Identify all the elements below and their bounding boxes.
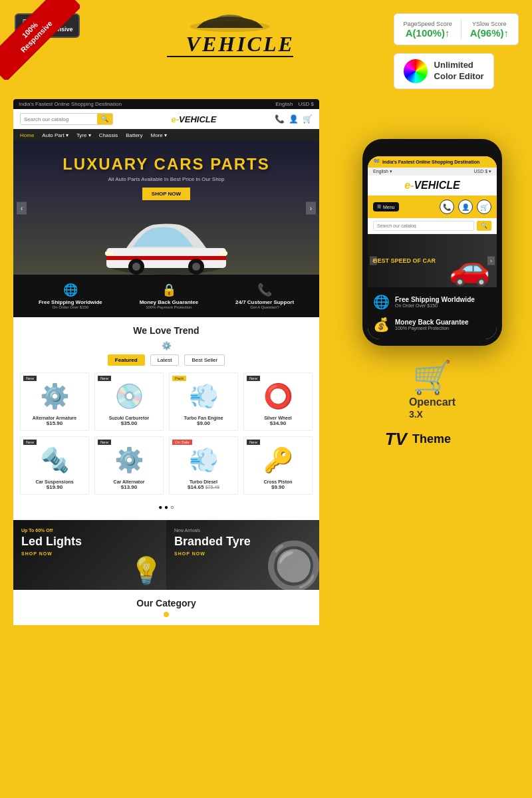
product-name: Alternator Armature: [25, 416, 84, 420]
phone-cart-button[interactable]: 🛒: [477, 200, 491, 214]
product-card: New 💿 Suzuki Carburetor $35.00: [94, 372, 164, 431]
phone-search-input[interactable]: [373, 221, 474, 231]
product-badge-new: New: [98, 376, 111, 381]
logo-text: e-VEHICLE: [166, 33, 295, 55]
product-price: $9.90: [248, 484, 308, 490]
product-img: 🔩: [25, 446, 84, 474]
features-bar: 🌐 Free Shipping Worldwide On Order Over …: [13, 275, 319, 317]
nav-battery[interactable]: Battery: [126, 132, 142, 138]
banner-tyre-tag: New Arrivals: [174, 528, 311, 533]
product-card: New ⭕ Silver Wheel $34.90: [243, 372, 313, 431]
feature-support: 📞 24/7 Customer Support Got A Question?: [235, 283, 294, 309]
logo-underline: [167, 56, 293, 57]
tab-featured[interactable]: Featured: [108, 354, 145, 366]
desktop-frame: India's Fastest Online Shopping Destinat…: [13, 99, 319, 625]
hero-prev-button[interactable]: ‹: [17, 202, 27, 215]
product-img: 💨: [174, 446, 233, 474]
hero-banner: LUXUARY CARS PARTS All Auto Parts Availa…: [13, 142, 319, 275]
moneyback-icon: 🔒: [140, 283, 198, 297]
products-title: We Love Trend: [20, 325, 313, 336]
phone-lang[interactable]: English ▾: [373, 169, 392, 174]
phone-hero: BEST SPEED OF CAR ‹ › 🚗: [368, 234, 497, 287]
product-price: $13.90: [99, 484, 159, 490]
product-card: New ⚙️ Alternator Armature $15.90: [20, 372, 89, 431]
feature-shipping: 🌐 Free Shipping Worldwide On Order Over …: [39, 283, 102, 309]
product-name: Silver Wheel: [248, 416, 308, 420]
product-badge-new: New: [23, 376, 37, 381]
product-name: Car Alternator: [99, 479, 159, 484]
phone-currency[interactable]: USD $ ▾: [473, 169, 491, 174]
phone-logo: e-VEHICLE: [404, 180, 460, 192]
tab-latest[interactable]: Latest: [150, 354, 180, 366]
site-search[interactable]: 🔍: [20, 113, 113, 125]
phone-search-button[interactable]: 🔍: [477, 221, 491, 231]
tab-bestseller[interactable]: Best Seller: [184, 354, 225, 366]
product-card: Pack 💨 Turbo Fan Engine $9.00: [169, 372, 238, 431]
phone-screen: 🏁 India's Fastest Online Shopping Destin…: [368, 156, 497, 339]
products-dots: ⚙️: [20, 341, 313, 350]
phone-search-bar: 🔍: [368, 218, 497, 234]
desktop-browser: India's Fastest Online Shopping Destinat…: [13, 99, 319, 625]
phone-topbar: 🏁 India's Fastest Online Shopping Destin…: [368, 156, 497, 168]
phone-menu-icons: 📞 👤 🛒: [440, 200, 491, 214]
svg-rect-8: [219, 251, 227, 255]
phone-feature-text-2: Money Back Guarantee 100% Payment Protec…: [395, 319, 469, 331]
color-wheel-icon: [404, 59, 428, 83]
product-img: 💨: [174, 382, 233, 410]
product-price: $15.90: [25, 420, 84, 426]
product-img: 🔑: [248, 446, 308, 474]
phone-call-button[interactable]: 📞: [440, 200, 454, 214]
banner-led-tag: Up To 60% Off: [21, 528, 158, 533]
tv-logo: TV: [385, 430, 407, 448]
product-price: $19.90: [25, 484, 84, 490]
responsive-ribbon: 100%Responsive: [0, 0, 80, 80]
site-nav: Home Auto Part ▾ Tyre ▾ Chassis Battery …: [13, 129, 319, 142]
product-price: $35.00: [99, 420, 159, 426]
themevolty-badge: TV ThemeVolty: [385, 430, 480, 448]
yslow-score: YSlow Score A(96%)↑: [470, 21, 509, 39]
opencart-text: Opencart 3.X: [409, 396, 456, 420]
nav-home[interactable]: Home: [20, 132, 34, 138]
right-badges: PageSpeed Score A(100%)↑ YSlow Score A(9…: [394, 13, 519, 89]
right-side: 🏁 India's Fastest Online Shopping Destin…: [339, 99, 525, 448]
nav-tyre[interactable]: Tyre ▾: [76, 132, 91, 138]
hamburger-icon: ☰: [377, 204, 381, 209]
hero-car-image: [86, 188, 246, 275]
logo-e: e-: [166, 32, 186, 56]
phone-feature-text: Free Shipping Worldwide On Order Over $1…: [395, 296, 475, 308]
product-name: Turbo Diesel: [174, 479, 233, 484]
hero-text: LUXUARY CARS PARTS All Auto Parts Availa…: [63, 155, 270, 200]
site-header-icons: 📞 👤 🛒: [275, 114, 313, 124]
banner-led-title: Led Lights: [21, 535, 158, 549]
category-dot: [164, 612, 169, 617]
product-badge-new: New: [98, 440, 111, 445]
pagination: ● ● ○: [20, 500, 313, 512]
svg-rect-3: [106, 256, 226, 260]
nav-autopart[interactable]: Auto Part ▾: [42, 132, 68, 138]
nav-more[interactable]: More ▾: [151, 132, 167, 138]
led-lights-image: 💡: [130, 555, 163, 587]
phone-menu-bar: ☰ Menu 📞 👤 🛒: [368, 196, 497, 218]
feature-moneyback: 🔒 Money Back Guarantee 100% Payment Prot…: [140, 283, 198, 309]
color-badge-text: Unlimited Color Editor: [434, 60, 484, 82]
pagespeed-score: PageSpeed Score A(100%)↑: [404, 21, 452, 39]
search-input[interactable]: [21, 114, 97, 124]
search-button[interactable]: 🔍: [97, 114, 112, 124]
hero-shop-now-button[interactable]: SHOP NOW: [142, 188, 190, 200]
banner-tyre: New Arrivals Branded Tyre SHOP NOW 🔘: [166, 520, 319, 590]
hero-next-button[interactable]: ›: [306, 202, 316, 215]
product-badge-new: New: [247, 376, 260, 381]
support-icon: 📞: [235, 283, 294, 297]
cart-icon: 🛒: [303, 114, 313, 124]
opencart-badge: 🛒 Opencart 3.X: [409, 359, 456, 420]
phone-user-button[interactable]: 👤: [458, 200, 473, 214]
shipping-icon: 🌐: [39, 283, 102, 297]
product-img: ⚙️: [99, 446, 159, 474]
product-card: On Sale 💨 Turbo Diesel $14.65 $75.49: [169, 436, 238, 495]
banner-section: Up To 60% Off Led Lights SHOP NOW 💡 New …: [13, 520, 319, 590]
products-tabs: Featured Latest Best Seller: [20, 354, 313, 366]
phone-menu-button[interactable]: ☰ Menu: [373, 202, 399, 211]
nav-chassis[interactable]: Chassis: [99, 132, 118, 138]
product-img: ⭕: [248, 382, 308, 410]
site-logo-small: e-VEHICLE: [172, 114, 217, 124]
